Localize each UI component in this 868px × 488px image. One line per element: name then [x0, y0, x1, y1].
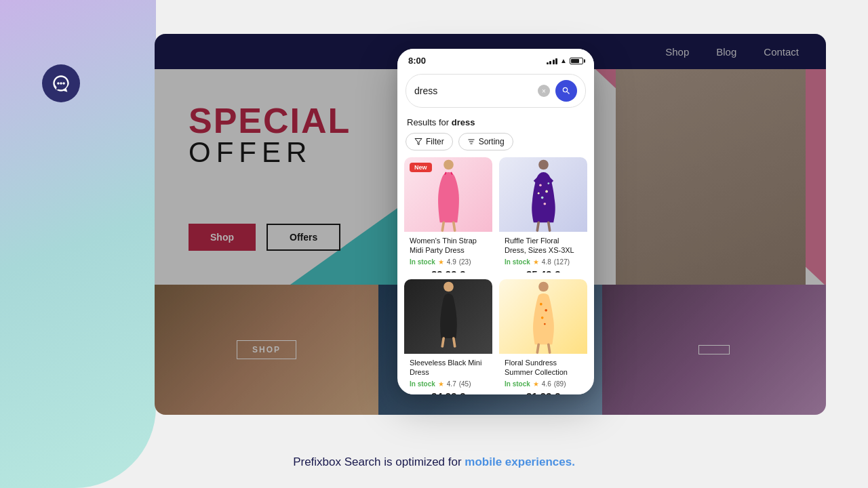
star-icon-4: ★: [533, 380, 539, 388]
product-name-1: Women's Thin Strap Midi Party Dress: [410, 236, 487, 256]
product-card-2: Ruffle Tier Floral Dress, Sizes XS-3XL I…: [499, 157, 587, 272]
product-meta-2: In stock ★ 4.8 (127): [505, 258, 582, 266]
svg-point-15: [537, 192, 539, 195]
product-info-3: Sleeveless Black Mini Dress In stock ★ 4…: [404, 354, 492, 394]
svg-point-12: [545, 190, 548, 193]
chat-icon: [52, 74, 71, 93]
product-price-1: 29.99 €: [410, 268, 487, 272]
svg-point-11: [539, 184, 542, 186]
bottom-tagline: Prefixbox Search is optimized for mobile…: [0, 455, 868, 469]
rating-3: 4.7: [447, 380, 456, 388]
svg-marker-3: [415, 139, 422, 145]
in-stock-2: In stock: [505, 258, 530, 266]
svg-point-19: [443, 282, 454, 292]
wifi-icon: ▲: [560, 57, 567, 64]
search-bar-container: dress ×: [397, 70, 594, 115]
product-info-1: Women's Thin Strap Midi Party Dress In s…: [404, 232, 492, 272]
svg-line-28: [548, 344, 549, 352]
search-input[interactable]: dress: [414, 85, 532, 96]
product-price-3: 24.99 €: [410, 390, 487, 394]
product-info-4: Floral Sundress Summer Collection In sto…: [499, 354, 587, 394]
svg-point-1: [60, 82, 62, 85]
svg-point-14: [543, 203, 546, 205]
in-stock-1: In stock: [410, 258, 435, 266]
status-icons: ▲: [547, 57, 583, 64]
chat-icon-button[interactable]: [42, 64, 80, 102]
in-stock-3: In stock: [410, 380, 435, 388]
rating-1: 4.9: [447, 258, 456, 266]
reviews-3: (45): [459, 380, 471, 388]
svg-line-18: [548, 222, 549, 230]
reviews-1: (23): [459, 258, 471, 266]
svg-point-10: [538, 160, 549, 170]
search-submit-icon: [561, 86, 571, 96]
results-label: Results for dress: [397, 115, 594, 133]
signal-icon: [547, 58, 558, 64]
new-badge-1: New: [410, 163, 432, 172]
dress-svg-3: [430, 279, 467, 354]
svg-point-26: [543, 323, 545, 325]
search-clear-button[interactable]: ×: [538, 85, 550, 97]
svg-line-17: [537, 222, 538, 230]
product-name-4: Floral Sundress Summer Collection: [505, 358, 582, 378]
search-bar: dress ×: [406, 74, 586, 108]
svg-line-27: [537, 344, 538, 352]
dress-svg-1: [430, 157, 467, 232]
rating-4: 4.6: [542, 380, 551, 388]
sort-icon: [467, 138, 475, 146]
product-price-2: 35.49 €: [505, 268, 582, 272]
filter-sort-bar: Filter Sorting: [397, 133, 594, 157]
product-info-2: Ruffle Tier Floral Dress, Sizes XS-3XL I…: [499, 232, 587, 272]
products-grid: New Women's Thin Strap Midi Party Dress: [397, 157, 594, 394]
svg-line-9: [453, 222, 454, 230]
product-meta-3: In stock ★ 4.7 (45): [410, 380, 487, 388]
svg-point-22: [538, 282, 549, 292]
status-time: 8:00: [408, 56, 426, 66]
battery-icon: [570, 58, 583, 64]
dress-svg-4: [525, 279, 562, 354]
product-image-1: New: [404, 157, 492, 232]
background-gradient: [0, 0, 156, 488]
rating-2: 4.8: [542, 258, 551, 266]
svg-point-0: [57, 82, 60, 85]
svg-point-16: [547, 182, 549, 184]
filter-icon: [414, 138, 422, 146]
in-stock-4: In stock: [505, 380, 530, 388]
product-image-2: [499, 157, 587, 232]
product-card-1: New Women's Thin Strap Midi Party Dress: [404, 157, 492, 272]
product-card-4: Floral Sundress Summer Collection In sto…: [499, 279, 587, 394]
svg-point-23: [540, 303, 542, 306]
results-query: dress: [452, 117, 475, 127]
product-name-3: Sleeveless Black Mini Dress: [410, 358, 487, 378]
dress-svg-2: [525, 157, 562, 232]
svg-point-25: [540, 317, 543, 319]
star-icon-3: ★: [438, 380, 444, 388]
svg-point-7: [443, 160, 454, 170]
product-card-3: Sleeveless Black Mini Dress In stock ★ 4…: [404, 279, 492, 394]
product-image-3: [404, 279, 492, 354]
product-meta-4: In stock ★ 4.6 (89): [505, 380, 582, 388]
reviews-4: (89): [554, 380, 566, 388]
sort-button[interactable]: Sorting: [458, 133, 513, 150]
product-meta-1: In stock ★ 4.9 (23): [410, 258, 487, 266]
star-icon-2: ★: [533, 258, 539, 266]
svg-point-2: [62, 82, 65, 85]
reviews-2: (127): [554, 258, 570, 266]
product-price-4: 31.99 €: [505, 390, 582, 394]
search-submit-button[interactable]: [555, 80, 577, 102]
product-image-4: [499, 279, 587, 354]
tagline-text: Prefixbox Search is optimized for: [293, 455, 465, 468]
status-bar: 8:00 ▲: [397, 49, 594, 70]
filter-button[interactable]: Filter: [406, 133, 453, 150]
svg-line-21: [453, 338, 454, 346]
svg-line-8: [442, 222, 443, 230]
svg-point-13: [540, 197, 543, 199]
svg-point-24: [545, 309, 547, 312]
svg-line-20: [442, 338, 443, 346]
star-icon-1: ★: [438, 258, 444, 266]
phone-overlay: 8:00 ▲ dress × Results: [397, 49, 594, 394]
tagline-highlight: mobile experiences.: [465, 455, 575, 468]
product-name-2: Ruffle Tier Floral Dress, Sizes XS-3XL: [505, 236, 582, 256]
